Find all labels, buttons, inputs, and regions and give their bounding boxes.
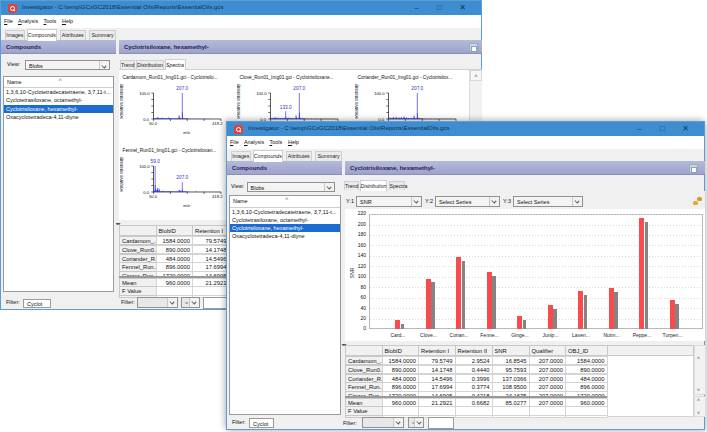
svg-text:50.0: 50.0 — [149, 194, 158, 199]
svg-text:100.0: 100.0 — [139, 164, 150, 169]
svg-text:418.2: 418.2 — [212, 194, 223, 199]
svg-text:418.2: 418.2 — [212, 121, 223, 126]
svg-text:Cardamom_Run01_Img01.gci - Cyc: Cardamom_Run01_Img01.gci - Cyclotrisilo.… — [122, 75, 217, 80]
svg-text:m/z: m/z — [183, 130, 190, 135]
svg-text:Clove_Run01_Img01.gci - Cyclot: Clove_Run01_Img01.gci - Cyclotrisiloxane… — [240, 75, 334, 80]
svg-text:50.0: 50.0 — [149, 121, 158, 126]
svg-text:207.0: 207.0 — [411, 86, 423, 91]
svg-text:m/z: m/z — [183, 203, 190, 208]
svg-text:100.0: 100.0 — [374, 91, 385, 96]
svg-text:Relative Intensity: Relative Intensity — [355, 82, 359, 118]
svg-text:207.0: 207.0 — [294, 86, 306, 91]
svg-text:207.0: 207.0 — [176, 175, 188, 180]
svg-text:100.0: 100.0 — [139, 91, 150, 96]
svg-text:Coriander_Run01_Img01.gci - Cy: Coriander_Run01_Img01.gci - Cyclotrisilo… — [357, 75, 452, 80]
svg-text:Relative Intensity: Relative Intensity — [120, 82, 124, 118]
svg-text:207.0: 207.0 — [176, 86, 188, 91]
svg-text:Relative Intensity: Relative Intensity — [120, 156, 124, 192]
svg-text:100.0: 100.0 — [256, 91, 267, 96]
svg-text:Relative Intensity: Relative Intensity — [237, 82, 241, 118]
svg-text:133.0: 133.0 — [280, 104, 292, 109]
svg-text:Fennel_Run01_Img01.gci - Cyclo: Fennel_Run01_Img01.gci - Cyclotrisiloxan… — [122, 149, 216, 154]
svg-text:59.0: 59.0 — [150, 160, 160, 165]
